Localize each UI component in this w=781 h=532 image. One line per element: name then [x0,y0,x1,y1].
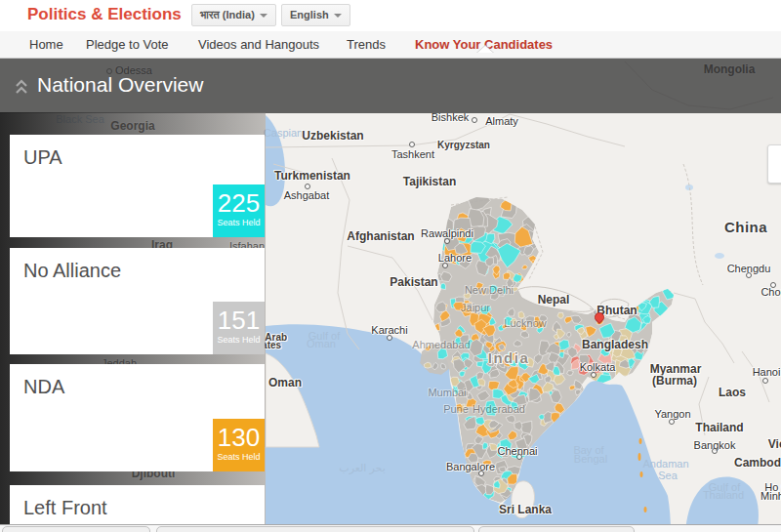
overview-banner: National Overview [0,59,781,113]
nav-item-pledge-to-vote[interactable]: Pledge to Vote [86,37,169,52]
party-name: NDA [10,364,265,398]
hidden-card-top[interactable] [2,526,150,532]
language-selector-button[interactable]: English [281,4,350,26]
seats-count: 225 [213,188,265,218]
seats-label: Seats Held [213,452,265,462]
region-selector-button[interactable]: भारत (India) [191,4,276,26]
nav-item-trends[interactable]: Trends [347,37,386,52]
seats-label: Seats Held [213,218,265,227]
nav-item-videos-and-hangouts[interactable]: Videos and Hangouts [198,37,319,52]
map-control-button[interactable] [767,144,781,184]
language-selector-label: English [290,9,329,20]
district-shape[interactable] [579,354,590,365]
politics-elections-page: { "header": { "brand": "Politics & Elect… [0,0,781,532]
seats-badge: 225 Seats Held [213,184,265,237]
seats-label: Seats Held [213,335,265,345]
collapse-chevrons-icon[interactable] [14,77,29,101]
active-tab-caret [477,46,493,53]
brand-logo[interactable]: Politics & Elections [27,5,182,24]
seats-count: 130 [213,423,265,452]
party-card-left-front[interactable]: Left Front [10,485,265,524]
party-card-nda[interactable]: NDA 130 Seats Held [10,364,265,471]
seats-badge: 151 Seats Held [213,302,265,354]
party-name: Left Front [10,485,265,519]
main-nav: HomePledge to VoteVideos and HangoutsTre… [0,31,781,59]
chevron-down-icon [334,14,342,18]
party-card-upa[interactable]: UPA 225 Seats Held [10,135,265,237]
nav-item-home[interactable]: Home [29,37,63,52]
party-name: No Alliance [10,248,265,282]
party-card-no-alliance[interactable]: No Alliance 151 Seats Held [10,248,265,354]
page-title: National Overview [37,73,203,97]
bottom-cards-strip [0,524,781,532]
seats-badge: 130 Seats Held [213,419,265,471]
hidden-card-top[interactable] [478,526,635,532]
top-header: Politics & Elections भारत (India) Englis… [0,0,781,31]
region-selector-label: भारत (India) [200,9,255,20]
party-results-panel: UPA 225 Seats Held No Alliance 151 Seats… [0,112,266,524]
hidden-card-top[interactable] [156,526,474,532]
party-name: UPA [10,135,265,169]
district-shape[interactable] [477,379,485,386]
district-shape[interactable] [502,324,507,329]
district-shape[interactable] [482,442,487,449]
district-shape[interactable] [525,316,535,326]
chevron-down-icon [260,14,267,18]
seats-count: 151 [213,306,265,335]
